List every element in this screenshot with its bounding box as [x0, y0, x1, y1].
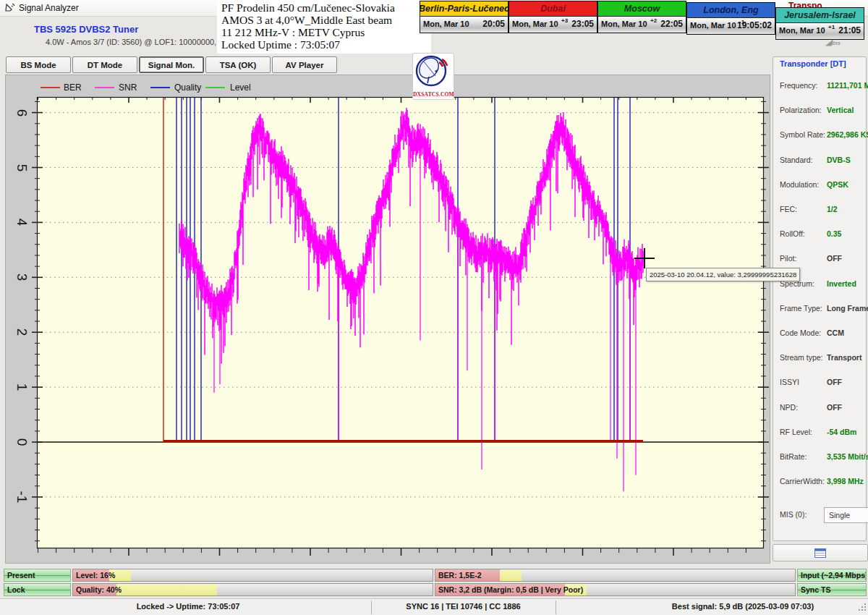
tp-value-7: OFF	[827, 254, 842, 263]
y-tick-label-1: 1	[14, 378, 29, 396]
tp-label-10: Code Mode:	[780, 328, 821, 337]
clock-date: Mon, Mar 10	[779, 26, 825, 35]
annotation-line: PF Prodelin 450 cm/Lučenec-Slovakia	[221, 1, 427, 14]
bar-quality-40: Quality: 40%	[72, 583, 433, 596]
clock-date: Mon, Mar 10	[423, 20, 469, 28]
clock-city: Dubai	[509, 1, 597, 17]
legend-line-level	[205, 87, 225, 88]
bar-label: SNR: 3,2 dB (Margin: 0,5 dB | Very Poor)	[438, 585, 583, 594]
tp-value-2: 2962,986 KS/s	[827, 130, 868, 139]
tp-value-10: CCM	[827, 328, 844, 337]
tp-value-11: Transport	[827, 353, 861, 362]
clock-time: 19:05:02	[737, 20, 772, 30]
y-tick-label-6: 6	[14, 103, 29, 122]
tab-bs-mode[interactable]: BS Mode	[6, 56, 71, 73]
bar-label: Level: 16%	[76, 571, 115, 580]
y-tick-label-0: 0	[14, 433, 29, 451]
bar-sync-ts: Sync TS	[797, 583, 867, 596]
tp-value-12: OFF	[827, 378, 842, 386]
legend-label-level: Level	[230, 82, 251, 93]
status-sync: SYNC 16 | TEI 10746 | CC 1886	[375, 602, 552, 611]
clock-time: 21:05	[838, 25, 861, 35]
statusbar-separator	[556, 601, 556, 614]
clock-time-row: Mon, Mar 10-119:05:02	[687, 18, 775, 34]
clock-utc-offset: +2	[650, 17, 657, 24]
transponder-list-button[interactable]	[773, 544, 868, 561]
tp-value-15: 3,535 Mbit/s	[827, 452, 868, 461]
mis-label: MIS (0):	[780, 510, 807, 519]
tab-signal-mon-[interactable]: Signal Mon.	[139, 56, 204, 73]
tab-av-player[interactable]: AV Player	[272, 56, 337, 73]
tp-value-3: DVB-S	[827, 156, 851, 164]
clock-utc-offset: +3	[561, 17, 568, 24]
logo-caption: DXSATCS.COM	[413, 91, 454, 98]
mis-value: Single	[829, 511, 850, 519]
clock-utc-offset: +1	[828, 24, 835, 30]
bar-present: Present	[4, 569, 71, 582]
list-grid-icon	[814, 548, 826, 558]
dxsatcs-logo: DXSATCS.COM	[412, 53, 454, 100]
legend-label-quality: Quality	[174, 82, 201, 93]
clock-date: Mon, Mar 10	[601, 20, 647, 28]
tp-label-9: Frame Type:	[780, 304, 822, 313]
resize-grip[interactable]	[857, 602, 867, 612]
tp-label-4: Modulation:	[780, 180, 819, 189]
bar-ber-1: BER: 1,5E-2	[435, 569, 796, 582]
bar-lock: Lock	[4, 583, 71, 596]
legend-label-ber: BER	[64, 82, 82, 93]
clock-4: London, EngMon, Mar 10-119:05:02	[686, 2, 775, 35]
clock-time: 22:05	[660, 19, 683, 29]
tp-label-15: BitRate:	[780, 452, 807, 461]
clock-time: 23:05	[571, 19, 594, 29]
mis-dropdown[interactable]: Single ▼	[824, 507, 868, 523]
transponder-panel-title: Transponder [DT]	[780, 59, 846, 68]
signal-monitor-chart-panel: BERSNRQualityLevel 6543210-1	[5, 75, 770, 564]
status-uptime: Locked -> Uptime: 73:05:07	[29, 602, 347, 611]
tp-value-16: 3,998 MHz	[827, 477, 864, 485]
bar-label: Sync TS	[801, 585, 830, 594]
tp-value-8: Inverted	[827, 279, 856, 288]
tab-dt-mode[interactable]: DT Mode	[72, 56, 137, 73]
status-bar: Locked -> Uptime: 73:05:07 SYNC 16 | TEI…	[0, 598, 868, 615]
clock-time: 20:05	[482, 19, 505, 29]
y-tick-label--1: -1	[14, 488, 29, 506]
tp-value-13: OFF	[827, 403, 842, 412]
plot-area[interactable]	[37, 97, 764, 548]
annotation-line: 11 212 MHz-V : METV Cyprus	[221, 26, 427, 38]
tp-value-9: Long Frame	[827, 304, 868, 313]
tab-tsa-ok-[interactable]: TSA (OK)	[205, 56, 271, 73]
tp-label-5: FEC:	[780, 205, 797, 213]
tp-value-14: -54 dBm	[827, 428, 856, 436]
bar-label: BER: 1,5E-2	[438, 571, 482, 580]
y-tick-label-5: 5	[14, 158, 29, 177]
legend-line-snr	[95, 87, 114, 88]
tp-label-11: Stream type:	[780, 353, 823, 362]
clock-time-row: Mon, Mar 10+121:05	[776, 23, 864, 39]
clock-date: Mon, Mar 10	[690, 21, 736, 30]
y-tick-label-4: 4	[14, 213, 29, 232]
tp-value-4: QPSK	[827, 180, 848, 189]
annotation-line: AMOS 3 at 4,0°W_Middle East beam	[221, 14, 427, 26]
bar-input-2: Input (~2,94 Mbps)	[797, 569, 867, 582]
bar-label: Lock	[7, 585, 25, 594]
tp-label-3: Standard:	[780, 156, 813, 164]
transponder-panel: Transponder [DT] Frequency:11211,701 MHz…	[773, 56, 867, 541]
bar-snr-3: SNR: 3,2 dB (Margin: 0,5 dB | Very Poor)	[435, 583, 796, 596]
clock-time-row: Mon, Mar 10+323:05	[509, 17, 597, 33]
bar-label: Present	[7, 571, 35, 580]
satellite-dish-drawing	[413, 54, 452, 90]
tp-value-1: Vertical	[827, 106, 854, 114]
legend-line-quality	[150, 87, 170, 88]
tp-label-0: Frequency:	[780, 81, 818, 90]
tp-label-13: NPD:	[780, 403, 798, 412]
legend-line-ber	[41, 87, 60, 88]
legend-label-snr: SNR	[119, 82, 137, 93]
chart-tooltip: 2025-03-10 20.04.12, value: 3,2999999523…	[646, 268, 800, 281]
clock-time-row: Mon, Mar 10+222:05	[598, 17, 686, 33]
app-dish-icon	[5, 2, 16, 13]
clock-gadget-logo: ◢dxs	[816, 38, 841, 48]
tp-value-5: 1/2	[827, 205, 838, 213]
clock-date: Mon, Mar 10	[512, 20, 558, 28]
clock-city: Berlin-Paris-Lučenec	[420, 1, 508, 17]
y-tick-label-3: 3	[14, 268, 29, 287]
